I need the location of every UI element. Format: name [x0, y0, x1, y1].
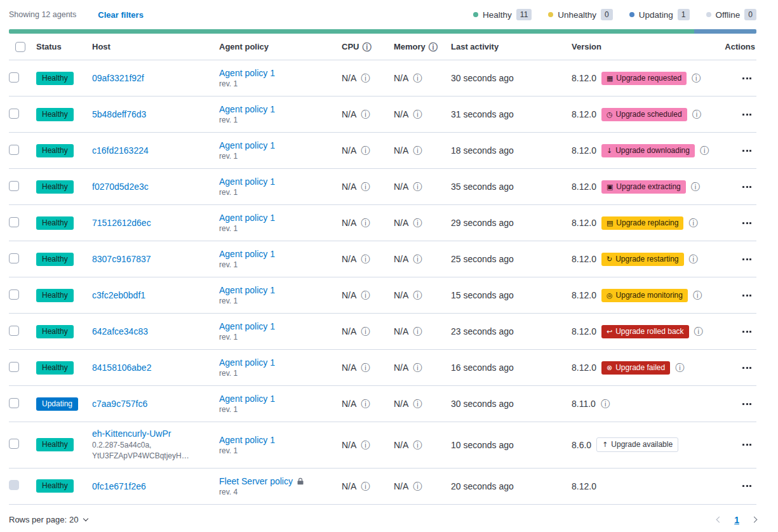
host-link[interactable]: c16fd2163224 [92, 145, 149, 156]
host-link[interactable]: c7aa9c757fc6 [92, 399, 147, 409]
info-icon[interactable]: ⓘ [361, 363, 370, 372]
info-icon[interactable]: ⓘ [413, 482, 422, 491]
row-actions-button[interactable] [741, 292, 753, 299]
agent-policy-link[interactable]: Agent policy 1 [219, 357, 275, 368]
host-link[interactable]: 0fc1e671f2e6 [92, 481, 146, 491]
upgrade-info-icon[interactable]: ⓘ [691, 182, 700, 191]
rows-per-page-button[interactable]: Rows per page: 20 [9, 515, 88, 524]
row-actions-button[interactable] [741, 111, 753, 118]
host-link[interactable]: 09af3321f92f [92, 73, 144, 83]
agent-policy-link[interactable]: Agent policy 1 [219, 285, 275, 295]
info-icon[interactable]: ⓘ [413, 291, 422, 300]
upgrade-info-icon[interactable]: ⓘ [675, 363, 684, 372]
agent-policy-link[interactable]: Agent policy 1 [219, 321, 275, 331]
upgrade-info-icon[interactable]: ⓘ [692, 74, 701, 83]
info-icon[interactable]: ⓘ [413, 441, 422, 449]
info-icon[interactable]: ⓘ [429, 43, 438, 51]
row-actions-button[interactable] [741, 441, 753, 448]
agent-policy-link[interactable]: Agent policy 1 [219, 104, 275, 114]
info-icon[interactable]: ⓘ [413, 146, 422, 155]
row-actions-button[interactable] [741, 364, 753, 371]
previous-page-button[interactable] [716, 517, 723, 523]
host-link[interactable]: 71512612d6ec [92, 218, 151, 228]
host-link[interactable]: f0270d5d2e3c [92, 182, 149, 192]
upgrade-info-icon[interactable]: ⓘ [693, 291, 702, 300]
agent-policy-link[interactable]: Agent policy 1 [219, 176, 275, 187]
select-all-checkbox[interactable] [15, 42, 25, 52]
row-actions-button[interactable] [741, 256, 753, 263]
host-link[interactable]: eh-Kittencurly-UwPr [92, 429, 171, 439]
status-badge: Healthy [36, 216, 74, 230]
table-row: Healthy 5b48deff76d3 Agent policy 1 rev.… [9, 96, 756, 133]
info-icon[interactable]: ⓘ [413, 255, 422, 263]
row-actions-button[interactable] [741, 220, 753, 227]
info-icon[interactable]: ⓘ [413, 218, 422, 227]
row-checkbox[interactable] [9, 217, 19, 227]
page-number-1[interactable]: 1 [734, 515, 739, 525]
column-header-policy[interactable]: Agent policy [219, 42, 342, 51]
info-icon[interactable]: ⓘ [362, 43, 371, 51]
info-icon[interactable]: ⓘ [413, 399, 422, 408]
column-header-cpu[interactable]: CPUⓘ [342, 42, 394, 51]
row-actions-button[interactable] [741, 183, 753, 190]
row-checkbox[interactable] [9, 289, 19, 300]
info-icon[interactable]: ⓘ [361, 327, 370, 336]
host-link[interactable]: 8307c9167837 [92, 254, 151, 264]
row-checkbox[interactable] [9, 181, 19, 191]
next-page-button[interactable] [751, 517, 758, 523]
last-activity: 10 seconds ago [451, 434, 572, 456]
info-icon[interactable]: ⓘ [413, 74, 422, 83]
info-icon[interactable]: ⓘ [361, 74, 370, 83]
info-icon[interactable]: ⓘ [361, 182, 370, 191]
agent-policy-link[interactable]: Agent policy 1 [219, 435, 275, 445]
row-checkbox[interactable] [9, 326, 19, 336]
info-icon[interactable]: ⓘ [361, 218, 370, 227]
info-icon[interactable]: ⓘ [361, 399, 370, 408]
row-actions-button[interactable] [741, 75, 753, 82]
upgrade-info-icon[interactable]: ⓘ [688, 218, 697, 227]
column-header-memory[interactable]: Memoryⓘ [394, 42, 451, 51]
info-icon[interactable]: ⓘ [361, 291, 370, 300]
row-actions-button[interactable] [741, 401, 753, 408]
clear-filters-link[interactable]: Clear filters [98, 10, 144, 20]
row-checkbox[interactable] [9, 72, 19, 83]
host-link[interactable]: c3fc2eb0bdf1 [92, 290, 145, 300]
agent-policy-link[interactable]: Agent policy 1 [219, 394, 275, 404]
info-icon[interactable]: ⓘ [413, 327, 422, 336]
agent-policy-link[interactable]: Agent policy 1 [219, 213, 275, 223]
column-header-activity[interactable]: Last activity [451, 42, 572, 51]
upgrade-info-icon[interactable]: ⓘ [700, 146, 709, 155]
column-header-host[interactable]: Host [92, 42, 219, 51]
row-checkbox[interactable] [9, 439, 19, 449]
upgrade-info-icon[interactable]: ⓘ [601, 399, 610, 408]
column-header-version[interactable]: Version [572, 42, 725, 51]
host-link[interactable]: 84158106abe2 [92, 362, 151, 373]
row-checkbox[interactable] [9, 145, 19, 155]
info-icon[interactable]: ⓘ [413, 110, 422, 119]
row-actions-button[interactable] [741, 482, 753, 489]
host-link[interactable]: 5b48deff76d3 [92, 109, 146, 119]
info-icon[interactable]: ⓘ [361, 146, 370, 155]
row-actions-button[interactable] [741, 147, 753, 154]
row-checkbox[interactable] [9, 362, 19, 372]
agent-policy-link[interactable]: Agent policy 1 [219, 140, 275, 150]
column-header-status[interactable]: Status [36, 42, 92, 51]
info-icon[interactable]: ⓘ [361, 482, 370, 491]
row-checkbox[interactable] [9, 253, 19, 263]
agent-policy-link[interactable]: Agent policy 1 [219, 249, 275, 259]
row-actions-button[interactable] [741, 328, 753, 335]
info-icon[interactable]: ⓘ [413, 182, 422, 191]
upgrade-info-icon[interactable]: ⓘ [689, 255, 698, 263]
row-checkbox[interactable] [9, 109, 19, 119]
upgrade-status-icon: ◎ [607, 292, 613, 299]
upgrade-info-icon[interactable]: ⓘ [694, 327, 703, 336]
info-icon[interactable]: ⓘ [361, 110, 370, 119]
info-icon[interactable]: ⓘ [361, 441, 370, 449]
row-checkbox[interactable] [9, 398, 19, 408]
info-icon[interactable]: ⓘ [361, 255, 370, 263]
info-icon[interactable]: ⓘ [413, 363, 422, 372]
agent-policy-link[interactable]: Agent policy 1 [219, 68, 275, 78]
host-link[interactable]: 642afce34c83 [92, 326, 148, 336]
upgrade-info-icon[interactable]: ⓘ [692, 110, 701, 119]
agent-policy-link[interactable]: Fleet Server policy [219, 476, 293, 486]
